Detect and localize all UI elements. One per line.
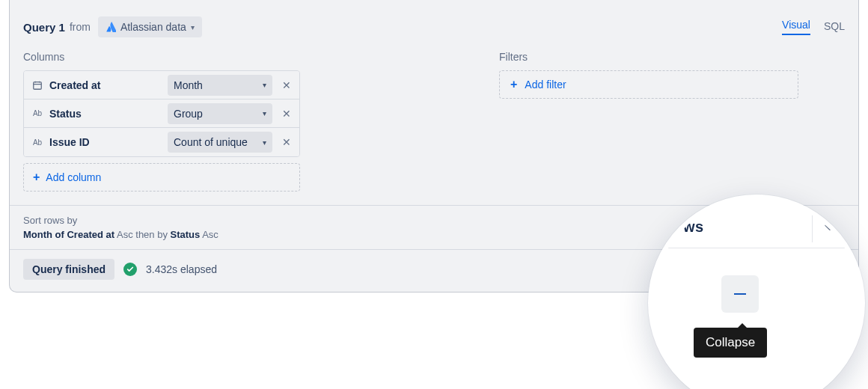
- column-name-cell[interactable]: Created at: [24, 71, 163, 99]
- column-name-cell[interactable]: Ab Issue ID: [24, 128, 163, 156]
- column-name: Issue ID: [49, 136, 90, 148]
- atlassian-logo-icon: [106, 22, 116, 32]
- text-type-icon: Ab: [31, 136, 43, 148]
- column-row: Ab Issue ID Count of unique ▾ ✕ I: [24, 128, 299, 156]
- query-title: Query 1: [23, 21, 65, 34]
- column-rows: Created at Month ▾ ✕ Issue: [23, 70, 300, 157]
- query-from-label: from: [70, 21, 91, 33]
- success-check-icon: [123, 263, 137, 276]
- column-row: Ab Status Group ▾ ✕ Issue: [24, 99, 299, 128]
- column-row: Created at Month ▾ ✕ Issue: [24, 71, 299, 99]
- mode-tabs: Visual SQL: [782, 19, 845, 35]
- text-type-icon: Ab: [31, 108, 43, 120]
- elapsed-time: 3.432s elapsed: [146, 263, 217, 275]
- chevron-down-icon: ▾: [263, 138, 266, 147]
- column-name: Status: [49, 108, 82, 120]
- data-source-label: Atlassian data: [120, 21, 186, 33]
- column-name: Created at: [49, 79, 100, 91]
- column-name-cell[interactable]: Ab Status: [24, 99, 163, 127]
- collapse-tooltip: Collapse: [694, 328, 767, 358]
- plus-icon: +: [33, 171, 40, 183]
- remove-column-button[interactable]: ✕: [277, 103, 296, 124]
- calendar-icon: [31, 79, 43, 91]
- tab-sql[interactable]: SQL: [824, 20, 845, 35]
- chevron-down-icon: ▾: [263, 81, 266, 89]
- aggregation-select[interactable]: Group ▾: [168, 103, 272, 124]
- remove-column-button[interactable]: ✕: [277, 132, 296, 153]
- tab-visual[interactable]: Visual: [782, 19, 810, 35]
- svg-rect-0: [34, 82, 42, 89]
- data-source-chip[interactable]: Atlassian data ▾: [98, 16, 202, 37]
- columns-section: Columns Created at Month ▾: [23, 51, 457, 192]
- aggregation-select[interactable]: Month ▾: [168, 75, 272, 96]
- plus-icon: +: [510, 79, 517, 91]
- chevron-down-icon: ▾: [191, 23, 195, 31]
- columns-label: Columns: [23, 51, 457, 63]
- aggregation-select[interactable]: Count of unique ▾: [168, 132, 272, 153]
- chevron-down-icon: ▾: [263, 109, 266, 117]
- filters-section: Filters + Add filter: [499, 51, 798, 192]
- add-filter-button[interactable]: + Add filter: [499, 70, 798, 99]
- minus-icon: [734, 293, 746, 295]
- collapse-button[interactable]: [721, 275, 759, 313]
- filters-label: Filters: [499, 51, 798, 63]
- query-header: Query 1 from Atlassian data ▾ Visual SQL: [10, 0, 858, 40]
- remove-column-button[interactable]: ✕: [277, 75, 296, 96]
- add-column-button[interactable]: + Add column: [23, 163, 300, 192]
- query-status-chip: Query finished: [23, 259, 114, 280]
